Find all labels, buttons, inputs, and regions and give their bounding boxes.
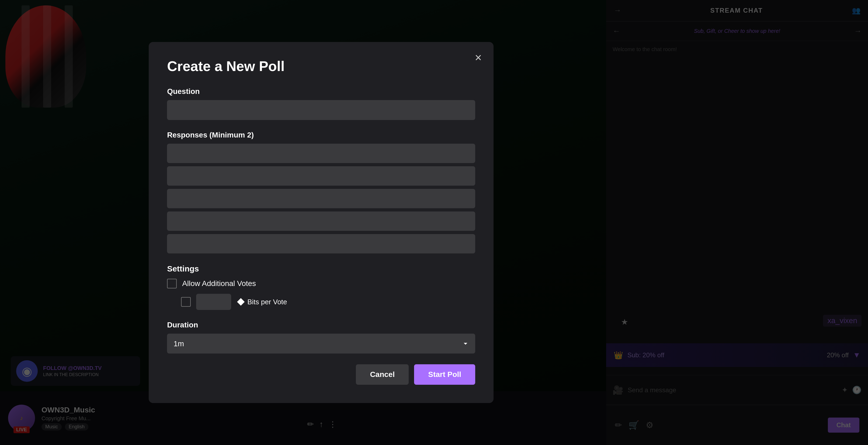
duration-select[interactable]: 1m 2m 5m 10m 15m — [167, 334, 475, 353]
duration-label: Duration — [167, 321, 475, 329]
cancel-button[interactable]: Cancel — [356, 364, 409, 385]
create-poll-modal: Create a New Poll × Question Responses (… — [149, 42, 494, 403]
bits-value-input[interactable]: 10 — [196, 294, 231, 310]
question-input[interactable] — [167, 100, 475, 120]
settings-section: Settings Allow Additional Votes 10 Bits … — [167, 264, 475, 310]
modal-close-button[interactable]: × — [475, 52, 482, 64]
settings-label: Settings — [167, 264, 475, 273]
response-input-4[interactable] — [167, 211, 475, 231]
responses-label: Responses (Minimum 2) — [167, 131, 475, 139]
responses-section: Responses (Minimum 2) — [167, 131, 475, 253]
allow-votes-checkbox[interactable] — [167, 279, 177, 288]
response-input-1[interactable] — [167, 144, 475, 163]
question-label: Question — [167, 87, 475, 96]
svg-marker-0 — [237, 298, 245, 306]
question-section: Question — [167, 87, 475, 120]
bits-icon: Bits per Vote — [237, 298, 287, 306]
duration-section: Duration 1m 2m 5m 10m 15m — [167, 321, 475, 353]
response-input-5[interactable] — [167, 234, 475, 253]
modal-footer: Cancel Start Poll — [167, 364, 475, 385]
modal-title: Create a New Poll — [167, 58, 475, 74]
bits-label: Bits per Vote — [247, 298, 287, 306]
bits-checkbox[interactable] — [181, 297, 191, 307]
allow-votes-row: Allow Additional Votes — [167, 279, 475, 288]
response-input-3[interactable] — [167, 189, 475, 208]
start-poll-button[interactable]: Start Poll — [414, 364, 475, 385]
allow-votes-label: Allow Additional Votes — [182, 279, 256, 288]
bits-row: 10 Bits per Vote — [181, 294, 475, 310]
response-input-2[interactable] — [167, 166, 475, 185]
bits-diamond-icon — [237, 298, 245, 306]
